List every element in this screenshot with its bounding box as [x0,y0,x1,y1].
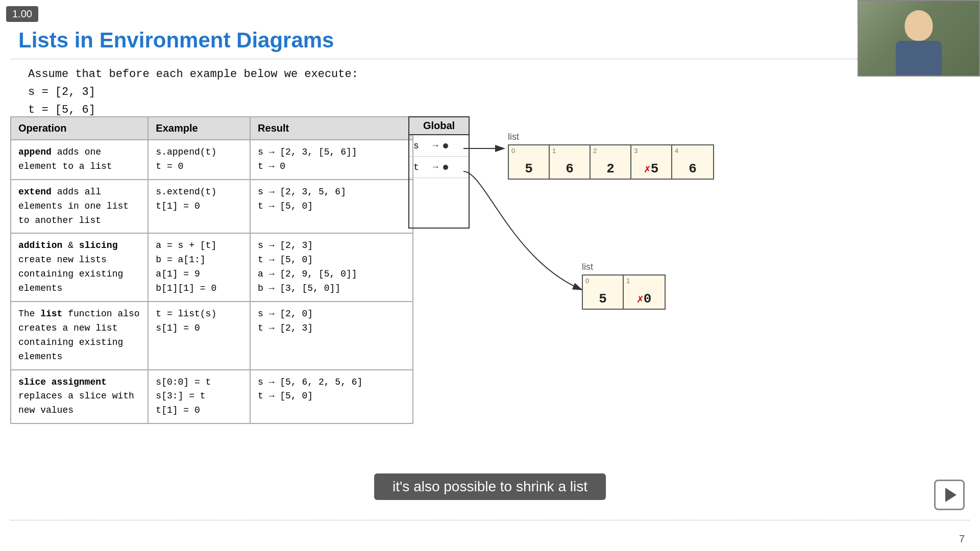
frame-var-t: t [413,162,429,172]
separator-top [10,59,970,59]
example-cell: a = s + [t]b = a[1:]a[1] = 9b[1][1] = 0 [148,233,250,302]
frame-arrow-t: → [431,162,440,172]
lower-list-box: list 0 5 1 ✗0 [582,262,666,310]
op-rest: function also creates a new list contain… [18,309,140,362]
example-cell: s.extend(t)t[1] = 0 [148,180,250,234]
cell-2: 2 2 [591,145,631,179]
result-cell: s → [2, 3]t → [5, 0]a → [2, 9, [5, 0]]b … [250,233,413,302]
op-rest: replaces a slice with new values [18,391,134,415]
col-header-result: Result [250,117,413,140]
arrow-dot-s [443,143,448,148]
op-bold: extend [18,187,52,197]
frame-row-t: t → [409,157,469,178]
result-cell: s → [2, 3, [5, 6]]t → 0 [250,140,413,180]
lower-cell-1: 1 ✗0 [624,276,665,309]
frame-var-s: s [413,141,429,151]
frame-row-s: s → [409,135,469,157]
cell-3: 3 ✗5 [631,145,672,179]
col-header-operation: Operation [11,117,148,140]
operation-cell: The list function also creates a new lis… [11,302,148,370]
person-body [896,41,942,77]
op-bold: append [18,147,52,157]
result-cell: s → [2, 0]t → [2, 3] [250,302,413,370]
upper-list-label: list [508,132,714,142]
separator-bottom [10,520,970,520]
lower-list-label: list [582,262,666,272]
play-button[interactable] [934,480,965,510]
result-cell: s → [5, 6, 2, 5, 6]t → [5, 0] [250,370,413,424]
table-row: The list function also creates a new lis… [11,302,413,370]
example-cell: s[0:0] = ts[3:] = tt[1] = 0 [148,370,250,424]
col-header-example: Example [148,117,250,140]
result-cell: s → [2, 3, 5, 6]t → [5, 0] [250,180,413,234]
preamble: Assume that before each example below we… [28,65,358,119]
page-title: Lists in Environment Diagrams [18,28,334,53]
frame-arrow-s: → [431,140,440,151]
upper-list-box: list 0 5 1 6 2 2 3 ✗5 4 6 [508,132,714,180]
person-head [905,10,933,41]
frame-header: Global [409,117,469,135]
arrow-dot-t [443,165,448,170]
cell-4: 4 6 [672,145,713,179]
table-row: slice assignment replaces a slice with n… [11,370,413,424]
operations-table: Operation Example Result append adds one… [10,116,413,424]
op-bold: slice assignment [18,377,107,387]
global-frame: Global s → t → [408,116,470,229]
operation-cell: extend adds all elements in one list to … [11,180,148,234]
upper-list-cells: 0 5 1 6 2 2 3 ✗5 4 6 [508,144,714,180]
example-cell: s.append(t)t = 0 [148,140,250,180]
preamble-line2: s = [2, 3] [28,83,358,101]
table-row: append adds one element to a list s.appe… [11,140,413,180]
operation-cell: append adds one element to a list [11,140,148,180]
version-badge: 1.00 [6,6,38,22]
cell-0: 0 5 [509,145,550,179]
preamble-line1: Assume that before each example below we… [28,65,358,83]
op-bold: list [40,309,62,319]
page-number: 7 [959,533,965,545]
example-cell: t = list(s)s[1] = 0 [148,302,250,370]
video-face [859,1,979,76]
operation-cell: addition & slicing create new lists cont… [11,233,148,302]
play-icon [945,488,957,502]
op-bold: addition [18,240,62,251]
video-thumbnail [857,0,980,77]
table-row: addition & slicing create new lists cont… [11,233,413,302]
table-row: extend adds all elements in one list to … [11,180,413,234]
cell-1: 1 6 [550,145,591,179]
caption-bar: it's also possible to shrink a list [374,473,606,500]
lower-list-cells: 0 5 1 ✗0 [582,274,666,310]
lower-cell-0: 0 5 [583,276,624,309]
video-person [886,10,952,77]
operation-cell: slice assignment replaces a slice with n… [11,370,148,424]
